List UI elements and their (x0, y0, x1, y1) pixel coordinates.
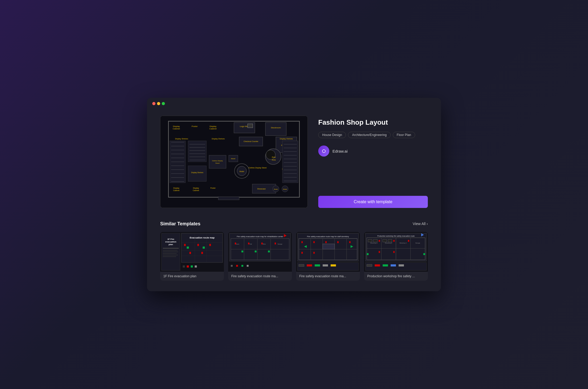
svg-text:Poster: Poster (210, 187, 216, 189)
similar-title: Similar Templates (160, 221, 200, 227)
svg-rect-86 (163, 251, 178, 252)
svg-rect-130 (231, 265, 233, 267)
svg-rect-189 (375, 264, 380, 266)
svg-rect-156 (315, 264, 320, 266)
svg-rect-102 (187, 246, 189, 249)
svg-rect-190 (383, 264, 388, 266)
create-with-template-button[interactable]: Create with template (318, 196, 428, 208)
svg-text:Stand: Stand (215, 162, 220, 164)
preview-panel: Display Cabinet Poster Display Cabinet L… (160, 116, 308, 208)
svg-text:Checkout Counter: Checkout Counter (244, 140, 259, 142)
svg-rect-100 (189, 252, 191, 254)
svg-text:Cabinet: Cabinet (209, 128, 217, 130)
svg-rect-191 (391, 264, 396, 266)
template-card-2[interactable]: Fire safety evacuation route map for reh… (228, 232, 292, 281)
svg-text:Display: Display (173, 187, 179, 189)
svg-text:Display: Display (209, 125, 216, 128)
svg-rect-106 (187, 265, 189, 268)
svg-text:Display Shelves: Display Shelves (280, 138, 293, 140)
tag-architecture[interactable]: Architecture/Engineering (348, 132, 390, 138)
svg-rect-186 (423, 253, 425, 255)
svg-rect-146 (301, 241, 303, 243)
similar-header: Similar Templates View All › (160, 221, 428, 227)
template-card-4[interactable]: Production workshop fire safety evacuati… (364, 232, 428, 281)
svg-rect-150 (349, 241, 351, 243)
svg-text:evacuation: evacuation (165, 241, 176, 243)
svg-text:Cabinet: Cabinet (193, 189, 199, 191)
svg-text:Fire safety evacuation route m: Fire safety evacuation route map for sta… (307, 236, 349, 238)
svg-rect-125 (275, 242, 276, 244)
svg-text:Clothes Display Stand: Clothes Display Stand (248, 167, 267, 169)
template-label-1: 1F Fire evacuation plan (160, 272, 224, 281)
author-row: ⬡ Edraw.ai (318, 145, 428, 157)
svg-rect-87 (163, 253, 177, 254)
svg-rect-88 (163, 255, 178, 255)
svg-rect-132 (241, 265, 243, 267)
diagram-preview: Display Cabinet Poster Display Cabinet L… (160, 116, 308, 208)
svg-rect-84 (163, 248, 179, 249)
svg-rect-99 (209, 244, 211, 246)
author-avatar: ⬡ (318, 145, 329, 157)
tag-house-design[interactable]: House Design (318, 132, 346, 138)
svg-rect-97 (184, 244, 186, 246)
svg-rect-192 (399, 264, 404, 266)
svg-text:Cabinet: Cabinet (173, 189, 179, 191)
svg-rect-101 (201, 252, 203, 254)
svg-rect-122 (235, 242, 236, 244)
svg-text:Model: Model (239, 171, 244, 172)
svg-rect-40 (209, 155, 226, 168)
svg-rect-124 (261, 242, 263, 244)
minimize-dot[interactable] (157, 102, 160, 105)
diagram-canvas: Display Cabinet Poster Display Cabinet L… (160, 116, 307, 208)
app-window: Display Cabinet Poster Display Cabinet L… (147, 98, 441, 291)
close-dot[interactable] (152, 102, 155, 105)
svg-text:Display Shelves: Display Shelves (212, 138, 225, 140)
svg-text:Model: Model (274, 188, 278, 190)
tag-floor-plan[interactable]: Floor Plan (393, 132, 415, 138)
template-thumb-3: Fire safety evacuation route map for sta… (296, 232, 360, 272)
svg-rect-149 (337, 241, 339, 243)
svg-rect-153 (297, 262, 359, 270)
template-card-3[interactable]: Fire safety evacuation route map for sta… (296, 232, 360, 281)
svg-rect-133 (247, 265, 249, 267)
svg-text:Production workshop fire safet: Production workshop fire safety evacuati… (377, 235, 415, 237)
svg-rect-157 (323, 264, 328, 266)
svg-text:Model: Model (283, 188, 287, 190)
svg-rect-108 (195, 265, 197, 268)
svg-text:Showcase: Showcase (257, 188, 266, 190)
svg-rect-126 (241, 250, 243, 252)
maximize-dot[interactable] (162, 102, 165, 105)
svg-rect-131 (236, 265, 238, 267)
svg-text:Stockroom: Stockroom (271, 127, 281, 129)
svg-text:Rest: Rest (272, 156, 276, 158)
svg-rect-78 (218, 197, 239, 200)
view-all-button[interactable]: View All › (413, 222, 428, 226)
template-label-3: Fire safety evacuation route ma... (296, 272, 360, 281)
template-card-1[interactable]: 1F Fire evacuation plan Evacuation route… (160, 232, 224, 281)
templates-grid: 1F Fire evacuation plan Evacuation route… (160, 232, 428, 281)
template-thumb-1: 1F Fire evacuation plan Evacuation route… (160, 232, 224, 272)
template-label-4: Production workshop fire safety ... (364, 272, 428, 281)
svg-rect-129 (229, 263, 291, 270)
svg-rect-107 (191, 265, 193, 268)
svg-rect-103 (203, 246, 205, 249)
svg-rect-38 (188, 166, 207, 182)
window-bar (147, 98, 441, 105)
svg-rect-181 (393, 240, 395, 242)
svg-rect-143 (323, 244, 335, 249)
svg-rect-85 (163, 250, 177, 250)
template-thumb-4: Production workshop fire safety evacuati… (364, 232, 428, 272)
svg-text:Storage: Storage (415, 242, 420, 244)
svg-rect-127 (255, 250, 257, 252)
svg-rect-185 (367, 253, 369, 255)
tags-container: House Design Architecture/Engineering Fl… (318, 132, 428, 138)
svg-rect-155 (307, 264, 312, 266)
svg-text:Hall: Hall (249, 243, 252, 245)
svg-text:Model: Model (231, 158, 235, 159)
svg-rect-180 (379, 240, 380, 242)
svg-rect-179 (388, 239, 392, 242)
svg-text:1F Fire: 1F Fire (167, 238, 174, 240)
svg-rect-10 (265, 123, 286, 136)
template-thumb-2: Fire safety evacuation route map for reh… (228, 232, 292, 272)
view-all-label: View All (413, 222, 426, 226)
